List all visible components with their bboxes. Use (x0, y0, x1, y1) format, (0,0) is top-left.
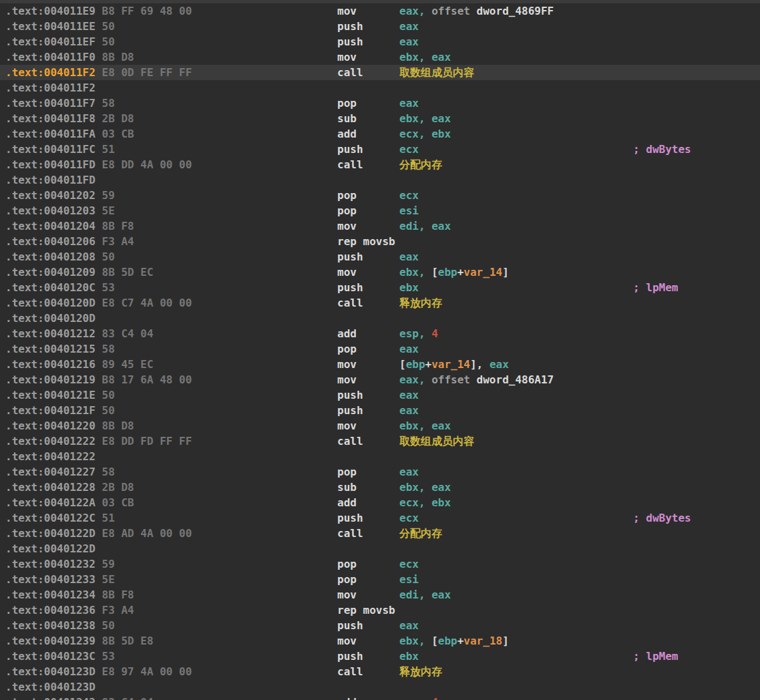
disasm-row[interactable]: .text:004011F2 (0, 80, 760, 96)
operand-token-reg: ecx (399, 512, 419, 524)
disasm-row[interactable]: .text:004011E9 B8 FF 69 48 00moveax, off… (0, 3, 760, 19)
disasm-row[interactable]: .text:004011EF 50pusheax (0, 34, 760, 49)
disasm-row[interactable]: .text:0040122C 51pushecx; dwBytes (0, 510, 760, 526)
disasm-row[interactable]: .text:004011FD (0, 172, 760, 188)
disasm-row[interactable]: .text:00401204 8B F8movedi, eax (0, 218, 760, 234)
disasm-row[interactable]: .text:00401233 5Epopesi (0, 572, 760, 587)
address-and-bytes: .text:0040122D E8 AD 4A 00 00 (5, 526, 192, 541)
mnemonic: mov (337, 357, 357, 372)
mnemonic: pop (337, 341, 357, 357)
disasm-row[interactable]: .text:0040120D E8 C7 4A 00 00call释放内存 (0, 295, 760, 311)
mnemonic: call (337, 295, 363, 311)
address-and-bytes: .text:00401204 8B F8 (5, 218, 134, 234)
disasm-row[interactable]: .text:00401219 B8 17 6A 48 00moveax, off… (0, 372, 760, 387)
opcode-bytes: 03 CB (96, 128, 134, 140)
opcode-bytes: 89 45 EC (96, 358, 154, 371)
operand-token-reg: edi, eax (399, 220, 451, 232)
disasm-row[interactable]: .text:004011FA 03 CBaddecx, ebx (0, 126, 760, 142)
address-and-bytes: .text:00401238 50 (5, 618, 115, 633)
opcode-bytes: 53 (96, 650, 115, 663)
disasm-row[interactable]: .text:00401242 83 C4 04addesp, 4 (0, 695, 760, 700)
disasm-row[interactable]: .text:004011FC 51pushecx; dwBytes (0, 142, 760, 157)
opcode-bytes: 8B F8 (96, 220, 134, 232)
mnemonic: pop (337, 556, 357, 572)
disasm-row[interactable]: .text:004011EE 50pusheax (0, 19, 760, 34)
disasm-row[interactable]: .text:00401206 F3 A4rep movsb (0, 234, 760, 249)
disasm-row[interactable]: .text:0040120C 53pushebx; lpMem (0, 280, 760, 295)
operand-token-func: 分配内存 (399, 527, 442, 540)
address-and-bytes: .text:004011EE 50 (5, 19, 115, 34)
disasm-row[interactable]: .text:004011F7 58popeax (0, 96, 760, 111)
operand-token-reg: ebp (438, 266, 457, 279)
disasm-row[interactable]: .text:0040123C 53pushebx; lpMem (0, 649, 760, 664)
disasm-row[interactable]: .text:0040121E 50pusheax (0, 387, 760, 403)
disasm-row[interactable]: .text:00401203 5Epopesi (0, 203, 760, 218)
disasm-row[interactable]: .text:00401212 83 C4 04addesp, 4 (0, 326, 760, 341)
disasm-row[interactable]: .text:00401228 2B D8subebx, eax (0, 480, 760, 495)
disasm-row[interactable]: .text:004011F8 2B D8subebx, eax (0, 111, 760, 126)
disasm-row[interactable]: .text:00401202 59popecx (0, 188, 760, 203)
operand-token-reg: eax, (399, 373, 425, 386)
operand-token-p (425, 327, 432, 340)
address-and-bytes: .text:00401209 8B 5D EC (5, 265, 154, 280)
disasm-row[interactable]: .text:0040123D E8 97 4A 00 00call释放内存 (0, 664, 760, 679)
disasm-row[interactable]: .text:00401222 E8 DD FD FF FFcall取数组成员内容 (0, 433, 760, 449)
address: .text:00401234 (5, 588, 96, 601)
address: .text:00401204 (5, 220, 96, 232)
disasm-row[interactable]: .text:0040121F 50pusheax (0, 403, 760, 418)
address: .text:00401215 (5, 343, 96, 355)
disasm-row[interactable]: .text:00401239 8B 5D E8movebx, [ebp+var_… (0, 633, 760, 649)
opcode-bytes: E8 0D FE FF FF (96, 66, 192, 79)
operand-token-reg: eax (399, 466, 419, 478)
address: .text:00401239 (5, 635, 96, 647)
operand-token-reg: ecx, ebx (399, 496, 451, 509)
operands: ebx, eax (399, 418, 451, 433)
operand-token-reg: ebx, eax (399, 51, 451, 63)
operand-token-reg: ebx (399, 281, 419, 294)
disasm-row[interactable]: .text:00401234 8B F8movedi, eax (0, 587, 760, 602)
opcode-bytes: 2B D8 (96, 112, 134, 125)
operands: eax (399, 34, 419, 49)
disasm-row[interactable]: .text:0040122D E8 AD 4A 00 00call分配内存 (0, 526, 760, 541)
operands: edi, eax (399, 587, 451, 602)
disasm-row[interactable]: .text:00401216 89 45 ECmov[ebp+var_14], … (0, 357, 760, 372)
disasm-row[interactable]: .text:004011F0 8B D8movebx, eax (0, 49, 760, 65)
address-and-bytes: .text:00401203 5E (5, 203, 115, 218)
address-and-bytes: .text:004011FC 51 (5, 142, 115, 157)
disasm-row[interactable]: .text:00401215 58popeax (0, 341, 760, 357)
mnemonic: call (337, 157, 363, 172)
opcode-bytes: 83 C4 04 (96, 696, 154, 700)
disasm-row[interactable]: .text:00401222 (0, 449, 760, 464)
disasm-row[interactable]: .text:00401236 F3 A4rep movsb (0, 602, 760, 618)
address: .text:00401227 (5, 466, 96, 478)
address: .text:00401209 (5, 266, 96, 279)
mnemonic: push (337, 34, 363, 49)
disasm-row[interactable]: .text:00401209 8B 5D ECmovebx, [ebp+var_… (0, 265, 760, 280)
disasm-row[interactable]: .text:0040122A 03 CBaddecx, ebx (0, 495, 760, 510)
disasm-row[interactable]: .text:0040123D (0, 679, 760, 695)
mnemonic: call (337, 664, 363, 679)
address-and-bytes: .text:00401219 B8 17 6A 48 00 (5, 372, 192, 387)
operand-token-reg: ebx, eax (399, 481, 451, 494)
operand-token-reg: eax (399, 343, 419, 355)
opcode-bytes: 50 (96, 389, 115, 401)
opcode-bytes: 51 (96, 143, 115, 156)
address: .text:0040122C (5, 512, 96, 524)
operand-token-reg: eax, (399, 5, 425, 17)
disasm-row[interactable]: .text:00401220 8B D8movebx, eax (0, 418, 760, 433)
disasm-row-selected[interactable]: .text:004011F2 E8 0D FE FF FFcall取数组成员内容 (0, 65, 760, 80)
disasm-row[interactable]: .text:00401227 58popeax (0, 464, 760, 480)
operands: eax (399, 618, 419, 633)
opcode-bytes: 8B F8 (96, 588, 134, 601)
disasm-row[interactable]: .text:0040122D (0, 541, 760, 556)
operand-token-reg: ebx, (399, 266, 425, 279)
opcode-bytes: B8 17 6A 48 00 (96, 373, 192, 386)
disasm-row[interactable]: .text:00401238 50pusheax (0, 618, 760, 633)
operands: [ebp+var_14], eax (399, 357, 509, 372)
disasm-row[interactable]: .text:00401232 59popecx (0, 556, 760, 572)
disasm-row[interactable]: .text:0040120D (0, 311, 760, 326)
disasm-row[interactable]: .text:004011FD E8 DD 4A 00 00call分配内存 (0, 157, 760, 172)
disasm-row[interactable]: .text:00401208 50pusheax (0, 249, 760, 265)
operand-token-reg: esi (399, 204, 419, 217)
operand-token-p: + (425, 358, 432, 371)
